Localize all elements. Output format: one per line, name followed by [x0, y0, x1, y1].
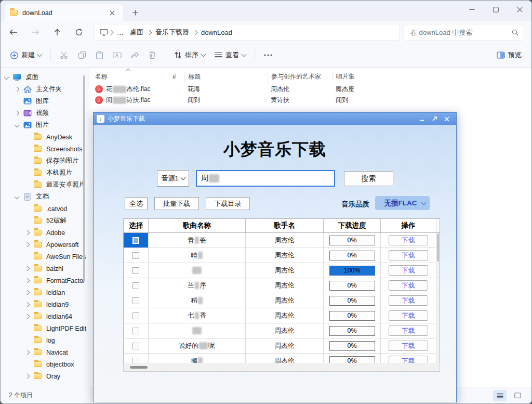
chevron-right-icon[interactable]	[25, 278, 30, 283]
view-button[interactable]: 查看	[210, 47, 250, 63]
chevron-right-icon[interactable]	[15, 111, 20, 116]
breadcrumb-ellipsis[interactable]: …	[114, 29, 127, 36]
chevron-right-icon[interactable]	[25, 230, 30, 236]
this-pc-icon[interactable]	[100, 29, 108, 36]
app-title-bar[interactable]: ♪ 小梦音乐下载	[94, 113, 456, 125]
search-box[interactable]	[404, 24, 524, 41]
song-search-input[interactable]: 周██	[196, 170, 335, 187]
source-select[interactable]: 音源1	[157, 170, 189, 187]
checkbox[interactable]	[132, 312, 139, 319]
new-tab-button[interactable]	[129, 7, 141, 18]
chevron-down-icon[interactable]	[4, 75, 9, 80]
sidebar-item-oray[interactable]: Oray	[1, 370, 90, 382]
file-row[interactable]: ♪闻███诗扶.flac闻到黄诗扶闻到	[92, 95, 531, 106]
column-header-number[interactable]: #	[169, 72, 184, 82]
delete-icon[interactable]	[144, 48, 161, 62]
download-button[interactable]: 下载	[389, 295, 428, 306]
sidebar-item-52破解[interactable]: 52破解	[1, 215, 90, 227]
new-button[interactable]: 新建	[6, 47, 46, 63]
minimize-icon[interactable]	[460, 1, 484, 18]
breadcrumb-item-desktop[interactable]: 桌面	[127, 28, 147, 37]
sidebar-item-navicat[interactable]: Navicat	[1, 346, 90, 358]
chevron-right-icon[interactable]	[15, 87, 20, 92]
breadcrumb-item-downloader[interactable]: 音乐下载器	[152, 28, 192, 37]
app-maximize-icon[interactable]	[428, 114, 441, 124]
sidebar-scrollbar[interactable]	[83, 75, 85, 281]
chevron-right-icon[interactable]	[25, 290, 30, 295]
sidebar-item-awesun-files[interactable]: AweSun Files	[1, 251, 90, 263]
chevron-right-icon[interactable]	[25, 302, 30, 307]
select-cell[interactable]	[124, 263, 149, 278]
sidebar-item-apowersoft[interactable]: Apowersoft	[1, 239, 90, 251]
sidebar-item-log[interactable]: log	[1, 334, 90, 346]
sidebar-item-图库[interactable]: 图库	[1, 95, 90, 107]
sidebar-item-图片[interactable]: 图片	[1, 119, 90, 131]
download-button[interactable]: 下载	[389, 265, 428, 276]
chevron-right-icon[interactable]	[25, 266, 30, 271]
sidebar-item-文档[interactable]: 文档	[1, 191, 90, 203]
sidebar-item-主文件夹[interactable]: 主文件夹	[1, 83, 90, 95]
share-icon[interactable]	[126, 48, 144, 62]
preview-button[interactable]: 预览	[492, 47, 526, 63]
table-scrollbar[interactable]	[436, 233, 440, 368]
quality-select[interactable]: 无损FLAC	[375, 196, 430, 210]
search-button[interactable]: 搜索	[344, 171, 393, 186]
checkbox[interactable]	[132, 252, 139, 259]
app-minimize-icon[interactable]	[416, 114, 428, 124]
select-all-button[interactable]: 全选	[125, 197, 148, 210]
select-cell[interactable]	[124, 308, 149, 323]
select-cell[interactable]	[124, 248, 149, 263]
sidebar-item-保存的图片[interactable]: 保存的图片	[1, 155, 90, 167]
sidebar-item-桌面[interactable]: 桌面	[1, 71, 90, 83]
download-button[interactable]: 下载	[389, 250, 428, 260]
app-close-icon[interactable]	[441, 114, 453, 124]
sidebar-item-leidian[interactable]: leidian	[1, 286, 90, 298]
sidebar-item-.catvod[interactable]: .catvod	[1, 203, 90, 215]
sidebar-item-leidian9[interactable]: leidian9	[1, 298, 90, 310]
sidebar-item-逍遥安卓照片[interactable]: 逍遥安卓照片	[1, 179, 90, 191]
select-cell[interactable]	[124, 278, 149, 293]
tab-close-icon[interactable]	[107, 7, 118, 19]
sidebar-item-leidian64[interactable]: leidian64	[1, 310, 90, 322]
paste-icon[interactable]	[91, 48, 108, 62]
download-button[interactable]: 下载	[389, 341, 428, 351]
up-icon[interactable]	[48, 24, 66, 40]
column-header-album[interactable]: 唱片集	[332, 72, 403, 82]
sidebar-item-adobe[interactable]: Adobe	[1, 227, 90, 239]
search-icon[interactable]	[512, 29, 518, 36]
sidebar-item-formatfactor[interactable]: FormatFactor	[1, 275, 90, 286]
refresh-icon[interactable]	[70, 24, 88, 40]
download-button[interactable]: 下载	[389, 325, 428, 336]
sidebar-item-objectbox[interactable]: objectbox	[1, 358, 90, 370]
chevron-right-icon[interactable]	[25, 374, 30, 379]
column-header-artists[interactable]: 参与创作的艺术家	[268, 72, 332, 82]
sidebar-item-baizhi[interactable]: baizhi	[1, 263, 90, 275]
rename-icon[interactable]	[108, 48, 126, 62]
select-cell[interactable]	[124, 293, 149, 308]
details-view-icon[interactable]	[493, 390, 507, 401]
column-header-name[interactable]: 名称	[92, 72, 169, 82]
checkbox[interactable]	[132, 297, 139, 304]
checkbox[interactable]	[132, 343, 139, 349]
checkbox[interactable]	[132, 267, 139, 274]
column-header-title[interactable]: 标题	[184, 72, 268, 82]
download-button[interactable]: 下载	[389, 235, 428, 245]
checkbox[interactable]	[132, 237, 139, 244]
more-icon[interactable]	[259, 51, 277, 59]
sidebar-item-视频[interactable]: 视频	[1, 107, 90, 119]
sidebar-item-anydesk[interactable]: AnyDesk	[1, 131, 90, 143]
chevron-down-icon[interactable]	[15, 123, 20, 128]
large-icons-view-icon[interactable]	[511, 390, 524, 401]
download-button[interactable]: 下载	[389, 280, 428, 291]
explorer-tab[interactable]: downLoad	[5, 4, 123, 21]
breadcrumb-item-download[interactable]: downLoad	[198, 29, 235, 36]
select-cell[interactable]	[124, 233, 149, 247]
batch-download-button[interactable]: 批量下载	[154, 197, 199, 210]
sidebar-item-screenshots[interactable]: Screenshots	[1, 143, 90, 155]
table-horizontal-scrollbar[interactable]	[123, 363, 440, 372]
chevron-down-icon[interactable]	[15, 194, 20, 200]
back-icon[interactable]	[5, 24, 22, 40]
chevron-right-icon[interactable]	[25, 314, 30, 319]
chevron-right-icon[interactable]	[25, 350, 30, 355]
sidebar-item-lightpdf-edit[interactable]: LightPDF Edit	[1, 322, 90, 334]
